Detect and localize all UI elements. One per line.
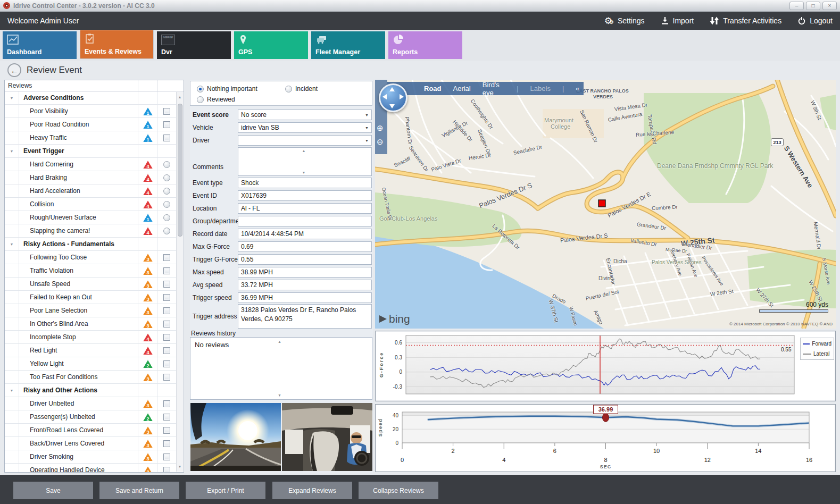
review-group-row[interactable]: ▼Risky and Other Actions [5, 384, 176, 397]
pan-down-icon[interactable] [389, 104, 395, 108]
event-location-marker[interactable] [598, 200, 605, 207]
zoom-out-icon[interactable]: ⊖ [377, 137, 384, 147]
review-item-checkbox[interactable] [163, 334, 170, 341]
collapse-arrow-icon[interactable]: ▼ [5, 242, 19, 246]
radio-icon[interactable] [197, 86, 204, 93]
scroll-up-icon[interactable]: ▲ [189, 340, 370, 343]
review-item-checkbox[interactable] [163, 467, 170, 473]
map-toolbar-collapse[interactable]: « [576, 85, 579, 93]
back-button[interactable]: ← [7, 63, 21, 77]
radio-incident[interactable]: Incident [285, 85, 318, 93]
vehicle-select[interactable]: idrive Van SB ▼ [238, 122, 372, 133]
zoom-in-icon[interactable]: ⊕ [377, 123, 384, 133]
review-item-checkbox[interactable] [163, 307, 170, 314]
field-max-g-force[interactable]: 0.69 [238, 241, 372, 252]
field-location[interactable]: Al - FL [238, 203, 372, 214]
pan-left-icon[interactable] [382, 94, 387, 99]
settings-button[interactable]: ⚙⚙ Settings [604, 16, 645, 26]
reviews-scrollbar[interactable]: ▲ ▼ [176, 92, 183, 472]
svg-text:6: 6 [553, 448, 556, 454]
review-group-row[interactable]: ▼Adverse Conditions [5, 91, 176, 105]
radio-icon[interactable] [197, 96, 204, 103]
review-item-radio[interactable] [163, 214, 170, 221]
import-button[interactable]: Import [661, 16, 694, 25]
field-group-department[interactable] [238, 216, 372, 226]
review-item-radio[interactable] [163, 201, 170, 208]
review-item-radio[interactable] [163, 228, 170, 234]
close-button[interactable]: × [822, 2, 837, 10]
review-item-checkbox[interactable] [163, 121, 170, 128]
comments-textarea[interactable]: ▲ ▼ [238, 147, 372, 176]
radio-nothing-important[interactable]: Nothing important [197, 85, 257, 93]
map-view-labels[interactable]: Labels [530, 85, 551, 93]
save-and-return-button[interactable]: Save and Return [99, 482, 179, 499]
pan-right-icon[interactable] [400, 94, 404, 99]
maximize-button[interactable]: □ [806, 2, 820, 10]
radio-reviewed[interactable]: Reviewed [197, 96, 235, 103]
review-item-checkbox[interactable] [163, 360, 170, 367]
review-item-checkbox[interactable] [163, 453, 170, 460]
map-view-birdseye[interactable]: Bird's eye [483, 81, 505, 97]
review-item-checkbox[interactable] [163, 108, 170, 115]
collapse-reviews-button[interactable]: Collapse Reviews [359, 482, 438, 499]
driver-select[interactable]: ▼ [238, 135, 372, 146]
review-item-checkbox[interactable] [163, 414, 170, 421]
review-item-radio[interactable] [163, 174, 170, 181]
speed-marker-dot[interactable] [603, 413, 609, 422]
collapse-arrow-icon[interactable]: ▼ [5, 96, 19, 100]
review-item-checkbox[interactable] [163, 321, 170, 327]
review-item-radio[interactable] [163, 188, 170, 195]
field-trigger-address[interactable]: 31828 Palos Verdes Dr E, Rancho Palos Ve… [238, 304, 372, 329]
tab-events-reviews[interactable]: Events & Reviews [80, 30, 154, 59]
collapse-arrow-icon[interactable]: ▼ [5, 149, 19, 153]
field-record-date[interactable]: 10/4/2014 4:48:54 PM [238, 229, 372, 239]
bing-map-canvas[interactable]: EAST RANCHO PALOSVERDESMarymountCollegeD… [375, 80, 836, 329]
reviews-history-box[interactable]: No reviews ▲ ▼ [190, 337, 372, 400]
review-item-checkbox[interactable] [163, 427, 170, 434]
review-item-checkbox[interactable] [163, 254, 170, 261]
logout-button[interactable]: Logout [797, 16, 833, 25]
scroll-down-icon[interactable]: ▼ [237, 171, 370, 174]
review-item-checkbox[interactable] [163, 440, 170, 447]
review-item-checkbox[interactable] [163, 400, 170, 407]
tab-dashboard[interactable]: Dashboard [3, 31, 77, 59]
review-group-row[interactable]: ▼Risky Actions - Fundamentals [5, 238, 176, 251]
event-score-select[interactable]: No score ▼ [238, 110, 372, 120]
expand-reviews-button[interactable]: Expand Reviews [272, 482, 352, 499]
field-event-id[interactable]: X017639 [238, 190, 372, 201]
field-max-speed[interactable]: 38.99 MPH [238, 267, 372, 278]
map-pan-compass[interactable] [379, 83, 407, 112]
field-event-type[interactable]: Shock [238, 178, 372, 188]
review-item-checkbox[interactable] [163, 347, 170, 354]
scroll-up-icon[interactable]: ▲ [237, 149, 370, 153]
tab-reports[interactable]: Reports [388, 31, 462, 59]
review-item-checkbox[interactable] [163, 281, 170, 288]
export-print-button[interactable]: Export / Print [186, 482, 265, 499]
review-item-checkbox[interactable] [163, 294, 170, 301]
collapse-arrow-icon[interactable]: ▼ [5, 389, 19, 392]
review-item-radio[interactable] [163, 161, 170, 168]
scroll-down-icon[interactable]: ▼ [189, 393, 370, 397]
scrollbar-thumb[interactable] [178, 104, 182, 237]
review-item-checkbox[interactable] [163, 135, 170, 141]
tab-gps[interactable]: GPS [234, 31, 308, 59]
pan-up-icon[interactable] [389, 87, 395, 91]
tab-fleet-manager[interactable]: Fleet Manager [311, 31, 385, 59]
field-trigger-speed[interactable]: 36.99 MPH [238, 292, 372, 303]
transfer-activities-button[interactable]: Transfer Activities [710, 16, 781, 25]
map-view-aerial[interactable]: Aerial [453, 85, 471, 93]
minimize-button[interactable]: – [789, 2, 804, 10]
review-item-checkbox[interactable] [163, 267, 170, 274]
field-trigger-g-force[interactable]: 0.55 [238, 254, 372, 265]
tab-dvr[interactable]: MERGE Dvr [157, 31, 231, 59]
cabin-camera-image[interactable] [282, 403, 372, 471]
field-avg-speed[interactable]: 33.72 MPH [238, 280, 372, 290]
save-button[interactable]: Save [13, 482, 93, 499]
scroll-up-icon[interactable]: ▲ [177, 95, 183, 99]
review-item-checkbox[interactable] [163, 374, 170, 381]
radio-icon[interactable] [285, 86, 292, 93]
review-group-row[interactable]: ▼Event Trigger [5, 145, 176, 158]
front-road-camera-image[interactable] [190, 403, 281, 471]
map-view-road[interactable]: Road [424, 85, 442, 93]
scroll-down-icon[interactable]: ▼ [177, 465, 183, 468]
